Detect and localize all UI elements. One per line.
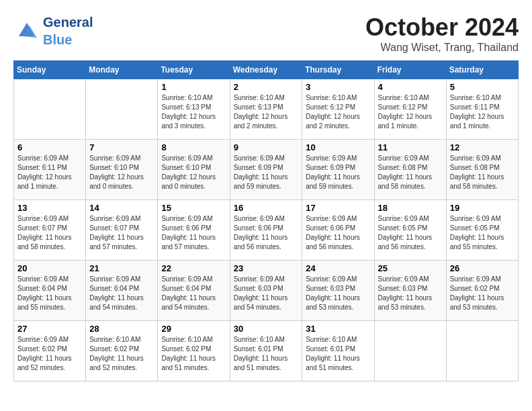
day-number: 2 (234, 82, 299, 92)
calendar-cell: 9Sunrise: 6:09 AM Sunset: 6:09 PM Daylig… (230, 140, 302, 200)
day-info: Sunrise: 6:09 AM Sunset: 6:06 PM Dayligh… (161, 214, 226, 252)
header-day-thursday: Thursday (302, 61, 374, 79)
day-info: Sunrise: 6:10 AM Sunset: 6:02 PM Dayligh… (89, 335, 154, 373)
title-section: October 2024 Wang Wiset, Trang, Thailand (365, 13, 519, 54)
calendar-cell: 30Sunrise: 6:10 AM Sunset: 6:01 PM Dayli… (230, 321, 302, 381)
day-number: 10 (306, 142, 370, 152)
calendar-cell: 18Sunrise: 6:09 AM Sunset: 6:05 PM Dayli… (374, 200, 446, 261)
calendar-cell: 21Sunrise: 6:09 AM Sunset: 6:04 PM Dayli… (86, 261, 158, 321)
day-number: 23 (234, 263, 299, 273)
week-row-3: 13Sunrise: 6:09 AM Sunset: 6:07 PM Dayli… (14, 200, 519, 261)
day-info: Sunrise: 6:09 AM Sunset: 6:03 PM Dayligh… (306, 275, 370, 312)
day-info: Sunrise: 6:10 AM Sunset: 6:11 PM Dayligh… (450, 93, 515, 131)
header-row: SundayMondayTuesdayWednesdayThursdayFrid… (14, 61, 519, 79)
calendar-cell: 28Sunrise: 6:10 AM Sunset: 6:02 PM Dayli… (86, 321, 158, 381)
day-info: Sunrise: 6:10 AM Sunset: 6:12 PM Dayligh… (306, 93, 370, 131)
calendar-cell: 3Sunrise: 6:10 AM Sunset: 6:12 PM Daylig… (302, 79, 374, 140)
day-info: Sunrise: 6:09 AM Sunset: 6:09 PM Dayligh… (306, 154, 370, 191)
calendar-cell: 8Sunrise: 6:09 AM Sunset: 6:10 PM Daylig… (158, 140, 230, 200)
page-header: General Blue October 2024 Wang Wiset, Tr… (13, 13, 519, 54)
calendar-cell: 5Sunrise: 6:10 AM Sunset: 6:11 PM Daylig… (446, 79, 518, 140)
calendar-cell: 31Sunrise: 6:10 AM Sunset: 6:01 PM Dayli… (302, 321, 374, 381)
calendar-cell (14, 79, 86, 140)
calendar-cell: 2Sunrise: 6:10 AM Sunset: 6:13 PM Daylig… (230, 79, 302, 140)
day-number: 30 (234, 324, 299, 334)
day-number: 13 (17, 203, 82, 213)
day-info: Sunrise: 6:09 AM Sunset: 6:07 PM Dayligh… (17, 214, 82, 252)
logo-general: General (43, 15, 93, 30)
day-info: Sunrise: 6:10 AM Sunset: 6:01 PM Dayligh… (306, 335, 370, 373)
day-info: Sunrise: 6:09 AM Sunset: 6:03 PM Dayligh… (378, 275, 443, 312)
day-info: Sunrise: 6:09 AM Sunset: 6:10 PM Dayligh… (161, 154, 226, 191)
day-info: Sunrise: 6:09 AM Sunset: 6:11 PM Dayligh… (17, 154, 82, 191)
calendar-cell: 13Sunrise: 6:09 AM Sunset: 6:07 PM Dayli… (14, 200, 86, 261)
week-row-1: 1Sunrise: 6:10 AM Sunset: 6:13 PM Daylig… (14, 79, 519, 140)
logo-blue: Blue (43, 32, 72, 47)
day-info: Sunrise: 6:09 AM Sunset: 6:07 PM Dayligh… (89, 214, 154, 252)
calendar-cell: 11Sunrise: 6:09 AM Sunset: 6:08 PM Dayli… (374, 140, 446, 200)
calendar-cell: 23Sunrise: 6:09 AM Sunset: 6:03 PM Dayli… (230, 261, 302, 321)
day-info: Sunrise: 6:10 AM Sunset: 6:01 PM Dayligh… (234, 335, 299, 373)
day-info: Sunrise: 6:09 AM Sunset: 6:09 PM Dayligh… (234, 154, 299, 191)
header-day-wednesday: Wednesday (230, 61, 302, 79)
day-info: Sunrise: 6:09 AM Sunset: 6:04 PM Dayligh… (17, 275, 82, 312)
calendar-cell: 22Sunrise: 6:09 AM Sunset: 6:04 PM Dayli… (158, 261, 230, 321)
day-info: Sunrise: 6:09 AM Sunset: 6:05 PM Dayligh… (450, 214, 515, 252)
day-number: 4 (378, 82, 443, 92)
day-info: Sunrise: 6:10 AM Sunset: 6:13 PM Dayligh… (161, 93, 226, 131)
day-number: 26 (450, 263, 515, 273)
day-number: 11 (378, 142, 443, 152)
week-row-5: 27Sunrise: 6:09 AM Sunset: 6:02 PM Dayli… (14, 321, 519, 381)
day-number: 20 (17, 263, 82, 273)
day-info: Sunrise: 6:09 AM Sunset: 6:04 PM Dayligh… (161, 275, 226, 312)
location: Wang Wiset, Trang, Thailand (365, 42, 519, 54)
calendar-table: SundayMondayTuesdayWednesdayThursdayFrid… (13, 60, 519, 381)
day-info: Sunrise: 6:09 AM Sunset: 6:06 PM Dayligh… (306, 214, 370, 252)
calendar-cell (374, 321, 446, 381)
calendar-cell: 4Sunrise: 6:10 AM Sunset: 6:12 PM Daylig… (374, 79, 446, 140)
header-day-saturday: Saturday (446, 61, 518, 79)
day-info: Sunrise: 6:10 AM Sunset: 6:13 PM Dayligh… (234, 93, 299, 131)
day-number: 24 (306, 263, 370, 273)
calendar-cell: 10Sunrise: 6:09 AM Sunset: 6:09 PM Dayli… (302, 140, 374, 200)
day-number: 31 (306, 324, 370, 334)
day-info: Sunrise: 6:09 AM Sunset: 6:04 PM Dayligh… (89, 275, 154, 312)
day-number: 21 (89, 263, 154, 273)
calendar-cell (446, 321, 518, 381)
day-number: 17 (306, 203, 370, 213)
calendar-cell: 1Sunrise: 6:10 AM Sunset: 6:13 PM Daylig… (158, 79, 230, 140)
day-number: 6 (17, 142, 82, 152)
day-info: Sunrise: 6:09 AM Sunset: 6:03 PM Dayligh… (234, 275, 299, 312)
month-title: October 2024 (365, 13, 519, 42)
calendar-cell: 19Sunrise: 6:09 AM Sunset: 6:05 PM Dayli… (446, 200, 518, 261)
header-day-monday: Monday (86, 61, 158, 79)
calendar-body: 1Sunrise: 6:10 AM Sunset: 6:13 PM Daylig… (14, 79, 519, 381)
day-number: 3 (306, 82, 370, 92)
logo-icon (13, 17, 40, 44)
calendar-cell: 17Sunrise: 6:09 AM Sunset: 6:06 PM Dayli… (302, 200, 374, 261)
calendar-cell: 24Sunrise: 6:09 AM Sunset: 6:03 PM Dayli… (302, 261, 374, 321)
header-day-friday: Friday (374, 61, 446, 79)
day-number: 28 (89, 324, 154, 334)
day-number: 18 (378, 203, 443, 213)
calendar-cell: 14Sunrise: 6:09 AM Sunset: 6:07 PM Dayli… (86, 200, 158, 261)
day-info: Sunrise: 6:09 AM Sunset: 6:06 PM Dayligh… (234, 214, 299, 252)
day-number: 9 (234, 142, 299, 152)
day-number: 29 (161, 324, 226, 334)
calendar-cell: 15Sunrise: 6:09 AM Sunset: 6:06 PM Dayli… (158, 200, 230, 261)
day-info: Sunrise: 6:10 AM Sunset: 6:02 PM Dayligh… (161, 335, 226, 373)
day-number: 1 (161, 82, 226, 92)
day-number: 27 (17, 324, 82, 334)
logo: General Blue (13, 13, 93, 48)
day-number: 7 (89, 142, 154, 152)
day-info: Sunrise: 6:09 AM Sunset: 6:08 PM Dayligh… (378, 154, 443, 191)
calendar-cell: 6Sunrise: 6:09 AM Sunset: 6:11 PM Daylig… (14, 140, 86, 200)
calendar-cell: 29Sunrise: 6:10 AM Sunset: 6:02 PM Dayli… (158, 321, 230, 381)
day-info: Sunrise: 6:09 AM Sunset: 6:02 PM Dayligh… (17, 335, 82, 373)
header-day-tuesday: Tuesday (158, 61, 230, 79)
day-number: 5 (450, 82, 515, 92)
calendar-cell: 26Sunrise: 6:09 AM Sunset: 6:02 PM Dayli… (446, 261, 518, 321)
day-info: Sunrise: 6:09 AM Sunset: 6:05 PM Dayligh… (378, 214, 443, 252)
day-number: 19 (450, 203, 515, 213)
week-row-2: 6Sunrise: 6:09 AM Sunset: 6:11 PM Daylig… (14, 140, 519, 200)
